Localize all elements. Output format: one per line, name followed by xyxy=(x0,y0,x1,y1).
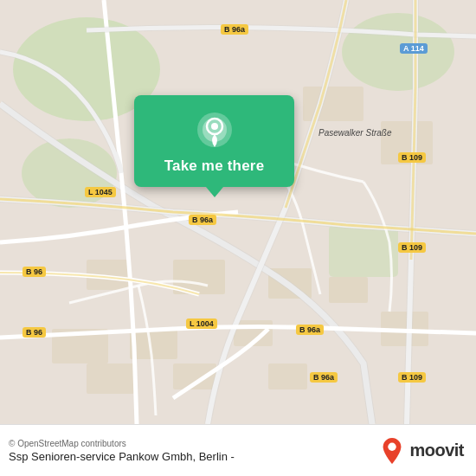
svg-rect-9 xyxy=(303,87,363,121)
moovit-logo: moovit xyxy=(380,436,464,466)
road-badge-a114: A 114 xyxy=(400,43,428,54)
road-badge-b96a-mid: B 96a xyxy=(189,215,216,225)
popup-card: Take me there xyxy=(134,95,294,187)
take-me-there-button[interactable]: Take me there xyxy=(164,158,265,175)
svg-rect-7 xyxy=(130,329,177,359)
map-roads-svg xyxy=(0,0,476,424)
road-badge-b96a-br: B 96a xyxy=(310,372,338,383)
svg-point-20 xyxy=(211,123,218,130)
road-badge-b96-bl: B 96 xyxy=(23,327,46,338)
moovit-pin-icon xyxy=(380,436,404,466)
road-badge-b109-br: B 109 xyxy=(398,372,426,383)
road-badge-b109-r1: B 109 xyxy=(398,152,426,163)
road-badge-b96a-top: B 96a xyxy=(221,24,248,35)
svg-point-2 xyxy=(342,13,454,91)
copyright-text: © OpenStreetMap contributors xyxy=(9,439,235,448)
bottom-bar: © OpenStreetMap contributors Ssp Seniore… xyxy=(0,424,476,476)
svg-rect-6 xyxy=(329,277,368,303)
map-container: B 96a B 96a B 96a B 96a B 96 B 96 B 109 … xyxy=(0,0,476,424)
road-badge-b96-left: B 96 xyxy=(23,267,46,277)
svg-rect-14 xyxy=(87,363,134,394)
location-title: Ssp Senioren-service Pankow Gmbh, Berlin… xyxy=(9,450,235,463)
moovit-brand-text: moovit xyxy=(409,441,464,460)
place-label-pasewalker: Pasewalker Straße xyxy=(318,128,391,138)
bottom-left-info: © OpenStreetMap contributors Ssp Seniore… xyxy=(9,439,235,463)
road-badge-l1004: L 1004 xyxy=(186,318,217,329)
svg-point-21 xyxy=(389,442,396,450)
location-pin-icon xyxy=(196,111,234,149)
road-badge-b109-r2: B 109 xyxy=(398,242,426,253)
svg-rect-16 xyxy=(268,363,307,389)
road-badge-b96a-bot: B 96a xyxy=(296,325,324,335)
road-badge-l1045: L 1045 xyxy=(85,187,116,197)
